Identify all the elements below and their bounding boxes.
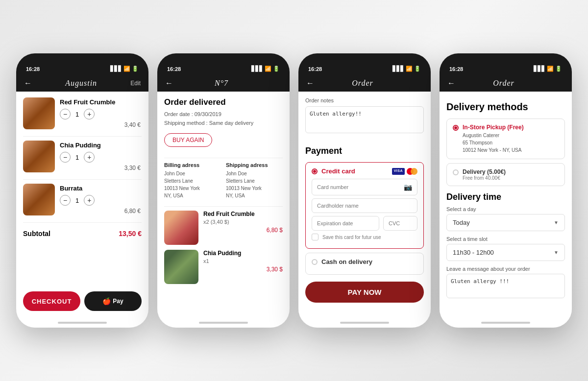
back-button-4[interactable]: ← xyxy=(447,79,455,88)
cod-radio xyxy=(312,259,318,265)
status-bar-2: 16:28 ▋▋▋ 📶 🔋 xyxy=(157,53,290,75)
credit-card-option[interactable]: Credit card VISA 📷 xyxy=(305,162,424,249)
back-button-2[interactable]: ← xyxy=(165,79,173,88)
cart-content: Red Fruit Crumble − 1 + 3,40 € xyxy=(16,92,148,286)
qty-decrease-1[interactable]: − xyxy=(60,109,71,119)
signal-icon-3: ▋▋▋ xyxy=(392,66,404,72)
card-number-field[interactable]: 📷 xyxy=(312,179,417,195)
billing-city: 10013 New York xyxy=(164,185,221,192)
applepay-button[interactable]: 🍎 Pay xyxy=(84,291,142,311)
order-item-2: Chia Pudding x1 3,30 $ xyxy=(164,250,283,284)
in-store-radio-container xyxy=(453,125,459,131)
order-item-price-1: 6,80 $ xyxy=(267,227,283,234)
edit-button-1[interactable]: Edit xyxy=(130,80,141,87)
apple-icon: 🍎 xyxy=(102,297,111,305)
camera-icon: 📷 xyxy=(404,183,412,191)
mc-yellow-circle xyxy=(411,168,417,175)
checkout-button[interactable]: CHECKOUT xyxy=(23,291,80,311)
phone-order-history: 16:28 ▋▋▋ 📶 🔋 ← N°7 Order delivered Orde… xyxy=(157,53,290,328)
header-1: ← Augustin Edit xyxy=(16,75,148,92)
cardholder-input[interactable] xyxy=(317,203,403,209)
message-label: Leave a message about your order xyxy=(446,266,565,272)
phone-cart: 16:28 ▋▋▋ 📶 🔋 ← Augustin Edit Red Fruit … xyxy=(16,53,148,328)
cvc-input[interactable] xyxy=(389,220,410,226)
qty-controls-1: − 1 + xyxy=(60,109,142,119)
cart-price-1: 3,40 € xyxy=(124,121,141,128)
cart-price-2: 3,30 € xyxy=(124,165,141,171)
shipping-city: 10013 New York xyxy=(226,185,283,192)
home-bar-1 xyxy=(58,322,107,324)
save-card-checkbox[interactable] xyxy=(312,234,318,240)
status-icons-2: ▋▋▋ 📶 🔋 xyxy=(251,66,280,72)
order-item-price-2: 3,30 $ xyxy=(267,266,283,273)
buy-again-button[interactable]: BUY AGAIN xyxy=(164,133,212,147)
notes-textarea[interactable]: Gluten allergy!! xyxy=(305,106,424,133)
status-icons-4: ▋▋▋ 📶 🔋 xyxy=(534,66,562,72)
header-3: ← Order xyxy=(298,75,431,92)
cardholder-field[interactable] xyxy=(312,198,417,213)
order-item-qty-2: x1 xyxy=(203,258,283,264)
select-slot-value: 11h30 - 12h00 xyxy=(453,249,494,256)
phones-container: 16:28 ▋▋▋ 📶 🔋 ← Augustin Edit Red Fruit … xyxy=(16,53,572,328)
divider-3 xyxy=(23,222,142,223)
cart-item-body-1: Red Fruit Crumble − 1 + 3,40 € xyxy=(60,98,142,128)
shipping-address: Shipping adress John Doe Sletters Lane 1… xyxy=(226,162,283,199)
message-textarea[interactable]: Gluten allergy !!! xyxy=(446,274,565,298)
select-slot-label: Select a time slot xyxy=(446,236,565,242)
expiry-field[interactable] xyxy=(312,216,379,231)
back-button-1[interactable]: ← xyxy=(24,79,32,88)
home-indicator-3 xyxy=(298,318,431,328)
in-store-option[interactable]: In-Store Pickup (Free) Augustin Caterer6… xyxy=(446,119,565,159)
signal-icon-1: ▋▋▋ xyxy=(110,66,122,72)
status-bar-4: 16:28 ▋▋▋ 📶 🔋 xyxy=(440,53,572,75)
subtotal-value: 13,50 € xyxy=(119,230,142,238)
card-number-input[interactable] xyxy=(317,184,403,190)
order-item-name-2: Chia Pudding xyxy=(203,250,283,257)
in-store-name: In-Store Pickup (Free) xyxy=(463,124,559,131)
select-day-label: Select a day xyxy=(446,206,565,212)
shipping-name: John Doe xyxy=(226,170,283,177)
qty-increase-2[interactable]: + xyxy=(84,152,95,163)
cart-item-3: Burrata − 1 + 6,80 € xyxy=(23,184,142,215)
shipping-country: NY, USA xyxy=(226,192,283,199)
cod-header: Cash on delivery xyxy=(312,258,417,265)
subtotal-label: Subtotal xyxy=(23,230,50,238)
wifi-icon-2: 📶 xyxy=(265,66,271,72)
order-item-img-1 xyxy=(164,211,198,245)
expiry-input[interactable] xyxy=(317,220,368,226)
cash-on-delivery-option[interactable]: Cash on delivery xyxy=(305,253,424,275)
qty-decrease-3[interactable]: − xyxy=(60,195,71,206)
billing-street: Sletters Lane xyxy=(164,177,221,185)
wifi-icon-1: 📶 xyxy=(123,66,130,72)
subtotal-row: Subtotal 13,50 € xyxy=(23,227,142,240)
shipping-method: Shipping method : Same day delivery xyxy=(164,119,283,128)
status-bar-1: 16:28 ▋▋▋ 📶 🔋 xyxy=(16,53,148,75)
qty-increase-1[interactable]: + xyxy=(84,109,95,119)
cart-item-img-3 xyxy=(23,184,55,215)
delivery-radio xyxy=(453,169,459,175)
signal-icon-2: ▋▋▋ xyxy=(251,66,263,72)
wifi-icon-4: 📶 xyxy=(547,66,554,72)
select-day-dropdown[interactable]: Today ▼ xyxy=(446,214,565,231)
qty-increase-3[interactable]: + xyxy=(84,195,95,206)
cart-item-2: Chia Pudding − 1 + 3,30 € xyxy=(23,141,142,172)
qty-decrease-2[interactable]: − xyxy=(60,152,71,163)
chevron-down-icon-2: ▼ xyxy=(554,250,559,255)
delivery-option[interactable]: Delivery (5.00€) Free from 40.00€ xyxy=(446,163,565,186)
pay-now-button[interactable]: PAY NOW xyxy=(305,282,424,303)
order-item-img-2 xyxy=(164,250,198,284)
billing-name: John Doe Sletters Lane 10013 New York NY… xyxy=(164,170,221,199)
notes-label: Order notes xyxy=(305,97,424,103)
back-button-3[interactable]: ← xyxy=(306,79,314,88)
cvc-field[interactable] xyxy=(383,216,417,231)
cart-footer: CHECKOUT 🍎 Pay xyxy=(16,286,148,318)
select-slot-dropdown[interactable]: 11h30 - 12h00 ▼ xyxy=(446,244,565,261)
cart-item-body-2: Chia Pudding − 1 + 3,30 € xyxy=(60,142,142,171)
home-bar-2 xyxy=(199,322,248,324)
order-food-img-2 xyxy=(164,250,198,284)
divider-2 xyxy=(23,179,142,180)
payment-title-header: Order xyxy=(352,79,373,88)
billing-address: Billing adress John Doe Sletters Lane 10… xyxy=(164,162,221,199)
order-date: Order date : 09/30/2019 xyxy=(164,110,283,119)
delivery-methods-title: Delivery methods xyxy=(446,101,565,113)
